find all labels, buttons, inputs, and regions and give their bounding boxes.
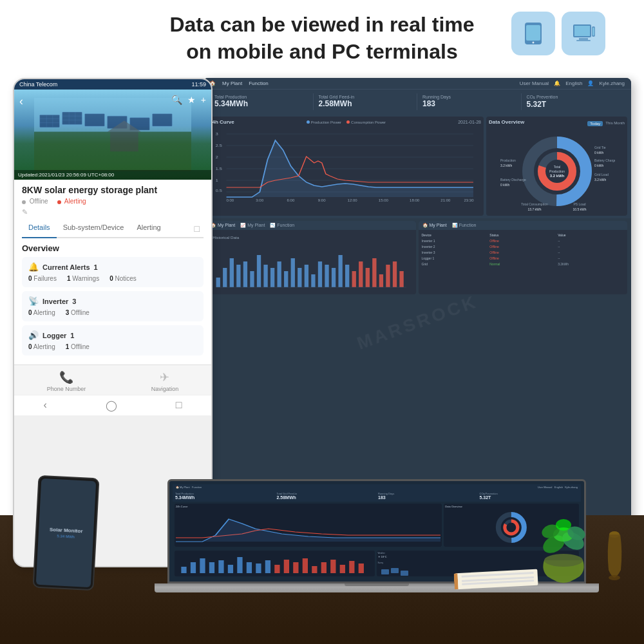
panel-tab-2[interactable]: 📈 My Plant bbox=[240, 223, 265, 228]
dashboard-nav-right: User Manual 🔔 English 👤 Kyle.zhang bbox=[520, 80, 625, 86]
search-icon[interactable]: 🔍 bbox=[171, 95, 182, 105]
svg-text:23:30: 23:30 bbox=[464, 199, 473, 202]
svg-rect-80 bbox=[278, 261, 281, 287]
table-row-1-1: Inverter 1 bbox=[421, 238, 489, 243]
edit-icon[interactable]: ✎ bbox=[22, 208, 204, 216]
inverter-item: 📡 Inverter 3 0 Alerting 3 Offline bbox=[22, 291, 204, 321]
mini-solar-icon bbox=[378, 564, 410, 577]
table-row-1-2: Offline bbox=[489, 238, 556, 243]
logger-icon: 🔊 bbox=[28, 330, 39, 340]
svg-rect-113 bbox=[256, 564, 261, 573]
month-button[interactable]: This Month bbox=[605, 121, 625, 126]
phone-number-item[interactable]: 📞 Phone Number bbox=[47, 370, 86, 392]
panel-tab-3[interactable]: 📉 Function bbox=[270, 223, 294, 228]
svg-rect-85 bbox=[311, 274, 315, 287]
function-nav[interactable]: Function bbox=[249, 80, 269, 86]
mini-kpi-val-0: 5.34MWh bbox=[175, 495, 274, 500]
mini-chart-r-title: Data Overview bbox=[445, 505, 578, 508]
svg-text:3.2 kWh: 3.2 kWh bbox=[549, 174, 564, 178]
svg-text:0 kWh: 0 kWh bbox=[594, 151, 603, 155]
svg-text:0 kWh: 0 kWh bbox=[594, 164, 603, 167]
kpi-value-3: 5.32T bbox=[527, 100, 620, 109]
kpi-grid-feedin: Total Grid Feed-in 2.58MWh bbox=[314, 93, 418, 110]
svg-text:18:00: 18:00 bbox=[410, 199, 419, 202]
svg-rect-109 bbox=[218, 560, 223, 573]
svg-rect-77 bbox=[257, 255, 261, 287]
svg-rect-8 bbox=[592, 28, 594, 35]
logger-title: Logger bbox=[43, 332, 66, 339]
plant-name: 8KW solar energy storage plant bbox=[22, 185, 204, 195]
svg-rect-126 bbox=[391, 568, 399, 573]
svg-text:Production: Production bbox=[549, 169, 565, 173]
mini-nav-right: User Manual English Kyle.zhang bbox=[538, 486, 578, 489]
my-plant-nav[interactable]: My Plant bbox=[222, 80, 242, 86]
current-alerts-count: 1 bbox=[94, 263, 98, 271]
svg-rect-112 bbox=[247, 562, 252, 573]
grid-view-icon[interactable]: □ bbox=[191, 220, 204, 237]
navigation-item[interactable]: ✈ Navigation bbox=[151, 370, 179, 392]
today-button[interactable]: Today bbox=[587, 121, 603, 126]
tab-details[interactable]: Details bbox=[22, 220, 57, 238]
kpi-value-1: 2.58MWh bbox=[319, 99, 412, 108]
mini-nav-left: 🏠 My Plant Function bbox=[176, 486, 202, 489]
panel2-tab-1[interactable]: 🏠 My Plant bbox=[422, 223, 447, 228]
current-alerts-title: Current Alerts bbox=[43, 263, 90, 271]
time-text: 11:59 bbox=[191, 81, 206, 88]
mini-chart-svg bbox=[176, 509, 440, 545]
panel-tab-1[interactable]: 🏠 My Plant bbox=[211, 223, 235, 228]
current-alerts-stats: 0 Failures 1 Warnings 0 Notices bbox=[28, 275, 197, 282]
svg-rect-123 bbox=[349, 561, 354, 573]
inverter-stats: 0 Alerting 3 Offline bbox=[28, 309, 197, 316]
language-select[interactable]: English bbox=[565, 80, 582, 86]
svg-rect-108 bbox=[209, 562, 214, 573]
add-icon[interactable]: + bbox=[201, 95, 206, 105]
svg-point-136 bbox=[556, 519, 571, 531]
user-manual-link[interactable]: User Manual bbox=[520, 80, 549, 86]
svg-rect-84 bbox=[305, 265, 308, 287]
mini-kpi-val-1: 2.58MWh bbox=[277, 495, 376, 500]
panel-2: 🏠 My Plant 📊 Function Device Status Valu… bbox=[419, 221, 628, 294]
star-icon[interactable]: ★ bbox=[187, 95, 196, 105]
mobile-icon bbox=[511, 12, 555, 55]
mini-bottom-panel-1 bbox=[175, 551, 375, 576]
table-row-4-2: Offline bbox=[489, 256, 556, 261]
dashboard-nav: 🏠 My Plant Function User Manual 🔔 Englis… bbox=[203, 78, 631, 90]
table-row-5-1: Grid bbox=[421, 261, 489, 267]
svg-point-130 bbox=[544, 554, 583, 567]
svg-text:0:00: 0:00 bbox=[227, 199, 234, 202]
production-dot bbox=[307, 120, 310, 124]
phone-icon: 📞 bbox=[59, 370, 73, 384]
svg-rect-89 bbox=[338, 255, 342, 287]
donut-svg: Total Production 3.2 kWh Grid Tie 0 kWh … bbox=[499, 129, 615, 213]
mini-kpi-1: Total Grid Feed-in 2.58MWh bbox=[277, 492, 376, 500]
svg-rect-4 bbox=[574, 26, 590, 36]
recent-nav-button[interactable]: □ bbox=[176, 399, 182, 412]
table-row-2-1: Inverter 2 bbox=[421, 244, 489, 249]
phone-tabs: Details Sub-system/Device Alerting □ bbox=[22, 220, 204, 238]
logger-offline-stat: 1 Offline bbox=[66, 343, 90, 350]
svg-text:1: 1 bbox=[216, 178, 218, 182]
kpi-label-2: Running Days bbox=[422, 95, 516, 99]
inverter-title: Inverter bbox=[43, 298, 68, 305]
charts-row: 24h Curve Production Power Consumption P… bbox=[203, 114, 631, 218]
phone-image-area: ‹ 🔍 ★ + Updated:2021/01/23 20:56:09 UTC+… bbox=[14, 90, 211, 180]
header-line2: on mobile and PC terminals bbox=[186, 40, 457, 63]
svg-rect-106 bbox=[191, 562, 196, 573]
tab-alerting[interactable]: Alerting bbox=[130, 220, 167, 237]
phone-back-button[interactable]: ‹ bbox=[19, 95, 23, 108]
home-nav-button[interactable]: ◯ bbox=[106, 399, 117, 412]
overview-title: Overview bbox=[22, 243, 204, 253]
svg-rect-92 bbox=[359, 261, 363, 287]
chart-24h: 24h Curve Production Power Consumption P… bbox=[207, 117, 484, 216]
kpi-co2: CO₂ Prevention 5.32T bbox=[522, 93, 625, 110]
mini-chart-title: 24h Curve bbox=[176, 505, 440, 508]
panel2-tab-2[interactable]: 📊 Function bbox=[452, 223, 477, 228]
table-row-3-2: Offline bbox=[489, 250, 556, 255]
svg-text:Total Consumption: Total Consumption bbox=[521, 202, 548, 206]
svg-text:1.5: 1.5 bbox=[216, 167, 222, 171]
watermark: MARSROCK bbox=[354, 291, 480, 354]
back-nav-button[interactable]: ‹ bbox=[44, 399, 47, 412]
tab-subsystem[interactable]: Sub-system/Device bbox=[57, 220, 131, 237]
chart-24h-title: 24h Curve bbox=[209, 119, 234, 125]
header-title: Data can be viewed in real time on mobil… bbox=[169, 12, 474, 65]
